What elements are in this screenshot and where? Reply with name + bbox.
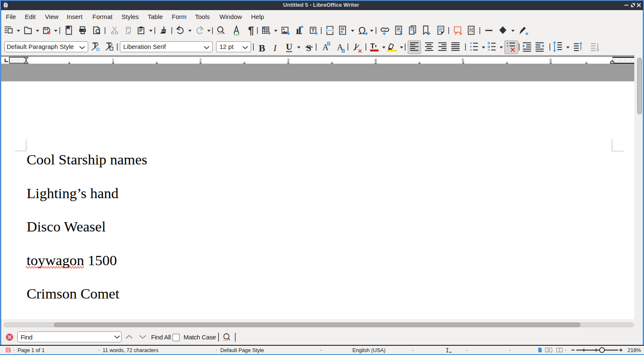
svg-text:S: S bbox=[306, 43, 311, 53]
svg-text:B: B bbox=[341, 48, 345, 54]
svg-text:¶: ¶ bbox=[248, 24, 254, 36]
svg-text:B: B bbox=[259, 43, 265, 54]
svg-text:T: T bbox=[371, 42, 375, 50]
svg-text:I: I bbox=[273, 43, 277, 53]
svg-text:U: U bbox=[286, 42, 292, 52]
svg-text:B: B bbox=[327, 41, 331, 47]
svg-text:i: i bbox=[414, 30, 415, 35]
svg-text:1: 1 bbox=[399, 30, 402, 35]
svg-text:Ω: Ω bbox=[358, 25, 366, 36]
